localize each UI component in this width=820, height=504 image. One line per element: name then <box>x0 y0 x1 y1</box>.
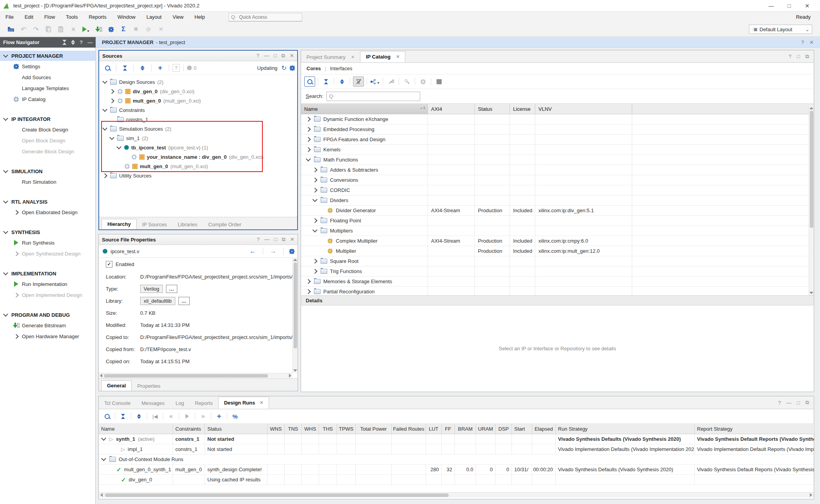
ellipsis-button[interactable]: … <box>178 297 190 305</box>
run-row-out-of-context-module-runs[interactable]: Out-of-Context Module Runs <box>99 454 814 465</box>
vertical-scrollbar[interactable] <box>292 257 298 373</box>
chevron-down-icon[interactable] <box>109 135 114 140</box>
tree-item-constraints[interactable]: Constraints <box>99 105 297 115</box>
chevron-down-icon[interactable] <box>101 456 106 461</box>
catalog-row-dividers[interactable]: Dividers <box>301 195 814 206</box>
menu-tools[interactable]: Tools <box>61 14 83 20</box>
quick-access-box[interactable]: Q· <box>228 13 302 21</box>
maximize-panel-icon[interactable]: □ <box>797 53 800 59</box>
collapse-all-icon[interactable] <box>321 77 331 86</box>
chevron-down-icon[interactable] <box>3 312 8 317</box>
column-header-run-strategy[interactable]: Run Strategy <box>556 424 695 434</box>
chevron-down-icon[interactable] <box>116 144 121 149</box>
bottom-tab-tcl-console[interactable]: Tcl Console <box>99 398 136 409</box>
chevron-right-icon[interactable] <box>312 269 317 274</box>
expand-all-icon[interactable] <box>337 77 347 86</box>
chevron-right-icon[interactable] <box>312 177 317 183</box>
expand-all-icon[interactable] <box>137 63 148 73</box>
maximize-panel-icon[interactable]: □ <box>274 236 277 243</box>
run-row-impl-1[interactable]: ▷impl_1constrs_1Not startedVivado Implem… <box>99 444 814 454</box>
flow-nav-section-ip-integrator[interactable]: IP INTEGRATOR <box>0 114 95 124</box>
flow-nav-item-generate-bitstream[interactable]: 0110Generate Bitstream <box>0 320 95 331</box>
chevron-down-icon[interactable] <box>312 197 317 202</box>
close-tab-icon[interactable]: ✕ <box>351 55 355 60</box>
percent-icon[interactable]: % <box>230 412 240 421</box>
chevron-right-icon[interactable] <box>312 259 317 264</box>
maximize-panel-icon[interactable]: □ <box>797 400 800 406</box>
flow-nav-item-run-simulation[interactable]: Run Simulation <box>0 176 95 187</box>
properties-panel-header[interactable]: Source File Properties ?—□⧉✕ <box>99 234 298 245</box>
editor-tab-project-summary[interactable]: Project Summary✕ <box>301 52 360 62</box>
flow-nav-section-program-and-debug[interactable]: PROGRAM AND DEBUG <box>0 310 95 320</box>
maximize-button[interactable]: □ <box>780 3 798 9</box>
chevron-right-icon[interactable] <box>102 173 107 178</box>
flow-nav-item-ip-catalog[interactable]: IP Catalog <box>0 94 95 105</box>
column-header-ff[interactable]: FF <box>442 424 455 434</box>
column-header-wns[interactable]: WNS <box>267 424 285 434</box>
add-sources-icon[interactable]: + <box>155 63 165 73</box>
flow-nav-item-open-hardware-manager[interactable]: Open Hardware Manager <box>0 331 95 342</box>
group-by-icon[interactable] <box>370 77 380 86</box>
subtab-cores[interactable]: Cores <box>307 66 321 71</box>
catalog-row-conversions[interactable]: Conversions <box>301 175 814 185</box>
close-tab-icon[interactable]: ✕ <box>260 400 263 405</box>
close-panel-icon[interactable]: ✕ <box>290 236 294 243</box>
catalog-row-memories-storage-elements[interactable]: Memories & Storage Elements <box>301 277 814 287</box>
tab-compile-order[interactable]: Compile Order <box>203 220 247 229</box>
float-panel-icon[interactable]: ⧉ <box>282 236 285 243</box>
collapse-all-icon[interactable] <box>120 63 130 73</box>
column-header-name[interactable]: Name <box>99 424 173 434</box>
chevron-down-icon[interactable] <box>102 107 107 112</box>
close-panel-icon[interactable]: ✕ <box>290 53 294 59</box>
float-panel-icon[interactable]: ⧉ <box>806 399 809 406</box>
chevron-right-icon[interactable] <box>306 127 311 132</box>
horizontal-scrollbar[interactable] <box>99 492 814 497</box>
column-header-total-power[interactable]: Total Power <box>356 424 392 434</box>
settings-gear-icon[interactable] <box>290 250 294 253</box>
chevron-right-icon[interactable] <box>312 188 317 193</box>
column-header-uram[interactable]: URAM <box>476 424 496 434</box>
filter-icon[interactable] <box>353 76 364 87</box>
close-tab-icon[interactable]: ✕ <box>396 54 399 59</box>
catalog-row-divider-generator[interactable]: Divider GeneratorAXI4-StreamProductionIn… <box>301 206 814 216</box>
ellipsis-button[interactable]: … <box>166 285 177 293</box>
property-value[interactable]: Verilog <box>140 285 163 293</box>
help-icon[interactable]: ? <box>80 39 83 45</box>
tree-item-div-gen-0[interactable]: div_gen_0(div_gen_0.xci) <box>99 87 297 96</box>
report-sum-icon[interactable]: Σ <box>117 25 130 34</box>
column-header-ths[interactable]: THS <box>319 424 337 434</box>
column-header-bram[interactable]: BRAM <box>455 424 476 434</box>
tab-properties[interactable]: Properties <box>132 381 166 391</box>
chevron-down-icon[interactable] <box>3 270 8 275</box>
chevron-right-icon[interactable] <box>14 293 19 298</box>
minimize-panel-icon[interactable]: — <box>786 400 791 406</box>
flow-nav-item-settings[interactable]: Settings <box>0 61 95 72</box>
collapse-all-icon[interactable] <box>62 40 66 45</box>
chevron-down-icon[interactable] <box>3 53 8 58</box>
catalog-row-complex-multiplier[interactable]: Complex MultiplierAXI4-StreamProductionI… <box>301 236 814 246</box>
flow-nav-item-run-synthesis[interactable]: Run Synthesis <box>0 237 95 248</box>
chevron-right-icon[interactable] <box>109 89 114 94</box>
flow-nav-item-run-implementation[interactable]: Run Implementation <box>0 279 95 289</box>
chevron-down-icon[interactable] <box>3 199 8 204</box>
refresh-icon[interactable]: ↻ <box>282 64 287 72</box>
bottom-tab-log[interactable]: Log <box>170 398 189 409</box>
chevron-right-icon[interactable] <box>312 218 317 223</box>
run-row-mult-gen-0-synth-1[interactable]: ✓mult_gen_0_synth_1mult_gen_0synth_desig… <box>99 465 814 475</box>
tree-item-utility-sources[interactable]: Utility Sources <box>99 171 297 180</box>
run-row-synth-1[interactable]: ▷synth_1(active)constrs_1Not startedViva… <box>99 434 814 444</box>
catalog-row-kernels[interactable]: Kernels <box>301 145 814 155</box>
float-panel-icon[interactable]: ⧉ <box>806 53 809 60</box>
search-icon[interactable] <box>102 412 112 421</box>
tree-item-sim-1[interactable]: sim_1(2) <box>99 133 297 143</box>
chevron-down-icon[interactable] <box>3 168 8 173</box>
column-header-dsp[interactable]: DSP <box>496 424 512 434</box>
catalog-row-multipliers[interactable]: Multipliers <box>301 226 814 236</box>
chevron-right-icon[interactable] <box>14 210 19 215</box>
minimize-panel-icon[interactable]: — <box>264 236 269 243</box>
menu-layout[interactable]: Layout <box>141 14 167 20</box>
enabled-checkbox[interactable]: ✓ <box>106 261 112 268</box>
catalog-row-math-functions[interactable]: Math Functions <box>301 155 814 165</box>
chevron-down-icon[interactable] <box>102 79 107 84</box>
chevron-right-icon[interactable] <box>306 147 311 152</box>
